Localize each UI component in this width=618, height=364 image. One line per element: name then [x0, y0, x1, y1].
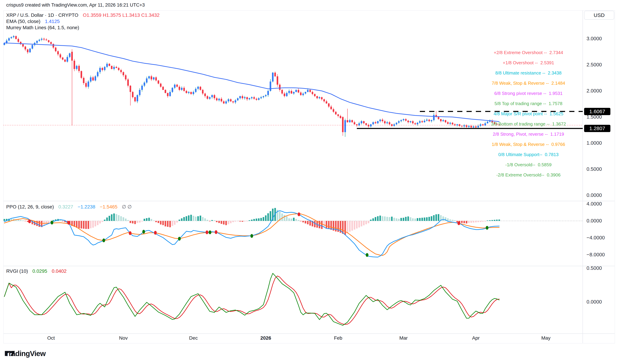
candle-body [375, 122, 376, 123]
candle-body [13, 36, 14, 37]
ppo-hist-bar [314, 221, 316, 227]
candle-body [340, 116, 341, 118]
time-axis-label[interactable]: May [541, 335, 551, 341]
ppo-hist-bar [134, 221, 136, 224]
ppo-hist-bar [496, 220, 498, 221]
ohlc-values: O1.3559 H1.3575 L1.3413 C1.3432 [83, 13, 160, 18]
ppo-hist-bar [449, 219, 451, 221]
candle-body [127, 79, 129, 86]
candle-body [188, 92, 189, 93]
murrey-label: 7/8 Weak, Stop & Reverse -- 2.1484 [492, 80, 565, 86]
ppo-hist-bar [463, 221, 465, 223]
ppo-hist-bar [251, 220, 253, 221]
candle-body [55, 48, 56, 51]
candle-body [190, 92, 192, 94]
price-axis-label: 1.0000 [587, 140, 602, 146]
murrey-label: 1/8 Weak, Stop & Reverse -- 0.9766 [492, 142, 565, 147]
ppo-visibility-icons[interactable]: ∅ ∅ [122, 204, 132, 210]
candle-body [379, 120, 381, 121]
ppo-hist-bar [179, 220, 180, 221]
tradingview-logo[interactable]: TradingView [5, 350, 46, 358]
candle-body [344, 120, 346, 132]
candle-body [8, 38, 10, 41]
ppo-axis-label: −4.0000 [587, 235, 605, 241]
ppo-hist-bar [176, 221, 178, 223]
ppo-hist-bar [239, 221, 241, 221]
ppo-hist-bar [466, 221, 467, 223]
time-axis-label[interactable]: Mar [399, 335, 408, 341]
ppo-hist-bar [393, 218, 395, 221]
candle-body [214, 95, 215, 98]
ppo-hist-bar [482, 221, 484, 222]
ppo-hist-bar [139, 221, 141, 223]
ppo-hist-bar [260, 218, 262, 221]
ppo-hist-bar [349, 221, 351, 232]
ppo-hist-bar [188, 215, 189, 221]
candle-body [225, 101, 227, 103]
ppo-hist-bar [174, 221, 175, 225]
price-axis-label: 0.5000 [587, 166, 602, 172]
ppo-hist-bar [300, 221, 302, 221]
ppo-hist-bar [78, 221, 80, 228]
candle-body [349, 120, 351, 122]
murrey-label: 0/8 Ultimate Support-- 0.7813 [498, 152, 559, 157]
ppo-hist-bar [326, 221, 327, 228]
candle-body [29, 49, 31, 52]
ppo-hist-bar [382, 216, 383, 221]
murrey-label: 8/8 Ultimate resistance -- 2.3438 [495, 70, 562, 76]
time-axis-label[interactable]: 2026 [260, 335, 271, 341]
candle-body [475, 126, 477, 127]
murrey-label: +1/8 Overshoot -- 2.5391 [503, 60, 554, 65]
ppo-hist-bar [18, 220, 19, 221]
ppo-hist-bar [202, 217, 204, 221]
time-axis-label[interactable]: Dec [189, 335, 198, 341]
candle-body [337, 114, 339, 116]
ema50-line [4, 43, 499, 121]
ppo-hist-bar [228, 221, 229, 224]
candle-body [321, 97, 323, 99]
ppo-hist-bar [372, 218, 374, 221]
ppo-hist-bar [475, 221, 477, 222]
ppo-hist-bar [258, 218, 260, 221]
ppo-cross-dot-green [486, 226, 488, 230]
candle-body [477, 126, 479, 127]
time-axis-label[interactable]: Apr [472, 335, 480, 341]
mml-legend: Murrey Math Lines (64, 1.5, none) [6, 25, 79, 30]
candle-body [169, 92, 171, 96]
candle-body [356, 124, 358, 125]
candle-body [398, 121, 400, 123]
candle-body [298, 90, 299, 92]
candle-body [275, 73, 276, 76]
ppo-hist-bar [216, 221, 218, 222]
price-axis-label: 3.0000 [587, 36, 602, 41]
candle-body [263, 96, 264, 97]
ppo-hist-bar [323, 221, 325, 227]
candle-body [293, 92, 295, 93]
ppo-hist-bar [379, 216, 381, 221]
ppo-hist-bar [408, 216, 409, 221]
ppo-hist-bar [286, 216, 288, 221]
mml-label: Murrey Math Lines (64, 1.5, none) [6, 25, 79, 30]
candle-body [176, 85, 178, 87]
time-axis-label[interactable]: Oct [47, 335, 55, 341]
ppo-hist-bar [461, 221, 463, 223]
time-axis-label[interactable]: Feb [334, 335, 342, 341]
candle-body [286, 93, 288, 96]
ppo-hist-bar [53, 220, 54, 221]
ppo-line-value: −1.2238 [78, 204, 95, 210]
currency-button[interactable]: USD [584, 11, 614, 20]
time-axis-label[interactable]: Nov [119, 335, 128, 341]
candle-body [15, 36, 17, 39]
murrey-label: 6/8 Strong pivot reverse -- 1.9531 [494, 91, 563, 96]
ppo-hist-bar [132, 221, 133, 223]
candle-body [95, 76, 96, 80]
ppo-hist-bar [335, 221, 337, 232]
candle-body [314, 94, 316, 96]
ppo-hist-bar [162, 221, 164, 225]
ppo-hist-bar [424, 217, 425, 221]
ppo-hist-bar [230, 221, 232, 223]
candle-body [78, 66, 80, 71]
candle-body [246, 97, 248, 99]
ppo-hist-bar [125, 219, 127, 221]
candle-body [104, 67, 105, 70]
